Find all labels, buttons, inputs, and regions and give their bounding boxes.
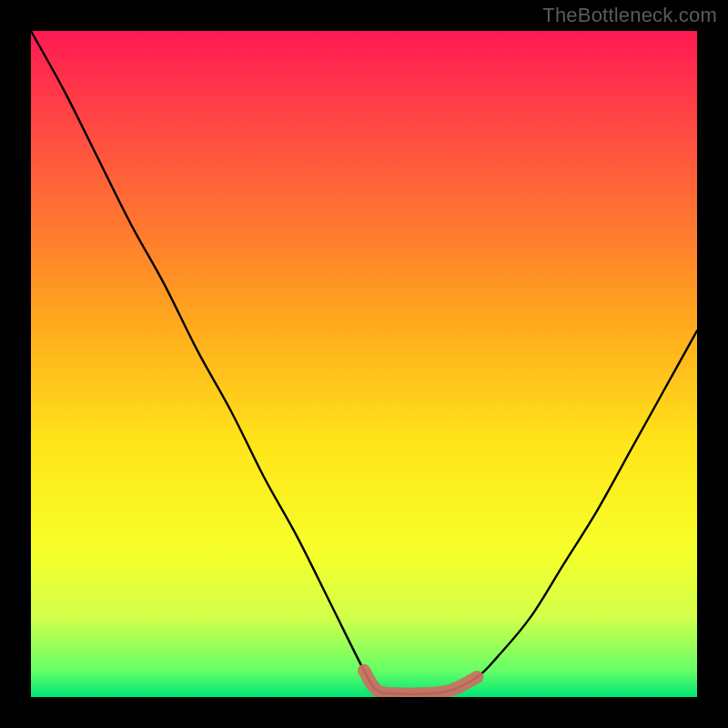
watermark-text: TheBottleneck.com — [542, 4, 717, 27]
plot-area — [31, 31, 697, 697]
base-highlight — [364, 671, 477, 694]
curve-layer — [31, 31, 697, 697]
main-curve — [31, 31, 697, 694]
chart-frame: TheBottleneck.com — [0, 0, 728, 728]
